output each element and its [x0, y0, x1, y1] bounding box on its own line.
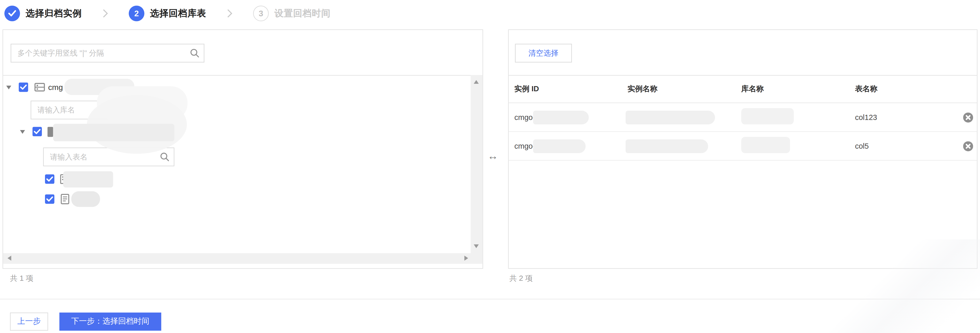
check-icon: [34, 129, 41, 134]
check-icon: [20, 84, 27, 90]
instance-label: cmg: [48, 80, 63, 95]
instance-checkbox[interactable]: [19, 83, 28, 92]
keyword-search: [11, 44, 204, 62]
collapse-arrow-icon[interactable]: [20, 130, 25, 134]
cell-table-name: col123: [855, 103, 877, 132]
divider: [3, 75, 482, 75]
table-row: cmgo- col123: [509, 103, 977, 132]
redacted-db-name: [741, 137, 790, 153]
cell-instance-id: cmgo-: [514, 132, 535, 161]
table-row: cmgo- col5: [509, 132, 977, 161]
redacted-db-name: [741, 108, 794, 124]
database-checkbox[interactable]: [33, 127, 42, 136]
keyword-search-input[interactable]: [11, 44, 204, 62]
document-icon: [60, 194, 70, 204]
previous-step-button[interactable]: 上一步: [10, 312, 48, 331]
step-3-set-rollback-time: 3 设置回档时间: [253, 6, 331, 21]
cell-table-name: col5: [855, 132, 869, 161]
database-icon: [48, 127, 53, 137]
redacted-instance-name: [625, 111, 715, 124]
cell-instance-id: cmgo-: [514, 103, 535, 132]
clear-selection-button[interactable]: 清空选择: [515, 44, 572, 62]
scroll-up-icon[interactable]: [474, 80, 479, 84]
redacted-instance-id: [533, 139, 585, 153]
collapse-arrow-icon[interactable]: [6, 86, 11, 89]
step-3-label: 设置回档时间: [274, 8, 331, 19]
next-step-button[interactable]: 下一步：选择回档时间: [59, 312, 161, 331]
step-2-circle: 2: [129, 6, 144, 21]
step-3-circle: 3: [253, 6, 269, 21]
check-icon: [46, 196, 53, 202]
column-header-db-name: 库名称: [741, 75, 764, 102]
tree-node-table-2: [3, 192, 470, 207]
chevron-right-icon: [103, 9, 108, 18]
tree-node-instance: cmg: [3, 80, 470, 95]
table-icon: [60, 174, 70, 184]
tree-node-database: [3, 124, 470, 139]
panel-resize-handle[interactable]: ↔: [488, 150, 498, 163]
vertical-scrollbar[interactable]: [471, 75, 483, 253]
tree-node-table-1: [3, 172, 470, 187]
background-gradient: [792, 239, 980, 333]
search-icon[interactable]: [190, 48, 199, 57]
redacted-instance-name: [625, 139, 708, 153]
remove-row-icon[interactable]: [963, 141, 973, 151]
check-icon: [46, 176, 53, 182]
column-header-instance-name: 实例名称: [627, 75, 657, 102]
step-wizard: 选择归档实例 2 选择回档库表 3 设置回档时间: [5, 6, 331, 21]
selected-tables-panel: 清空选择 实例 ID 实例名称 库名称 表名称 cmgo- col123 cmg…: [508, 29, 978, 269]
chevron-right-icon: [227, 9, 233, 18]
page: 选择归档实例 2 选择回档库表 3 设置回档时间: [0, 0, 980, 333]
column-header-instance-id: 实例 ID: [514, 75, 539, 102]
step-2-label: 选择回档库表: [150, 8, 206, 19]
left-panel-total: 共 1 项: [10, 273, 33, 284]
scroll-left-icon[interactable]: [8, 256, 11, 261]
step-2-select-rollback-tables[interactable]: 2 选择回档库表: [129, 6, 206, 21]
column-header-table-name: 表名称: [855, 75, 877, 102]
source-tree-panel: cmg: [3, 29, 483, 269]
step-1-label: 选择归档实例: [25, 8, 82, 19]
table-1-checkbox[interactable]: [45, 175, 54, 184]
right-panel-total: 共 2 项: [509, 273, 533, 284]
instance-icon: [34, 82, 45, 92]
redacted-instance-id: [533, 111, 589, 124]
scroll-right-icon[interactable]: [464, 256, 468, 261]
check-icon: [8, 10, 16, 17]
table-2-checkbox[interactable]: [45, 194, 54, 204]
step-1-done-circle: [5, 6, 20, 21]
scroll-down-icon[interactable]: [474, 244, 479, 248]
db-name-search-input[interactable]: [30, 100, 162, 119]
step-1-select-archive-instance[interactable]: 选择归档实例: [5, 6, 82, 21]
table-name-search: [43, 148, 175, 167]
remove-row-icon[interactable]: [963, 113, 973, 123]
search-icon[interactable]: [160, 152, 169, 162]
table-name-search-input[interactable]: [43, 148, 175, 167]
horizontal-scrollbar[interactable]: [3, 253, 482, 264]
db-name-search: [30, 100, 162, 119]
table-header: 实例 ID 实例名称 库名称 表名称: [509, 75, 977, 102]
search-icon[interactable]: [148, 105, 157, 115]
